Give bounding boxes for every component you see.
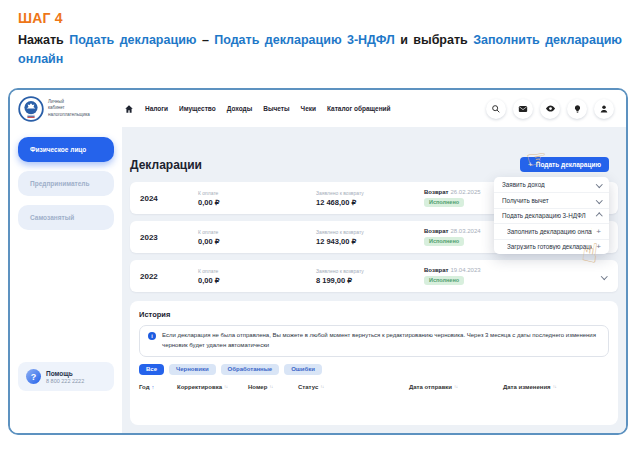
pointer-hand-up-icon: ☝: [580, 238, 600, 267]
content: Декларации + Подать декларацию 2024К опл…: [122, 127, 626, 433]
pay-value: 0,00 ₽: [198, 276, 316, 285]
help-card[interactable]: ? Помощь 8 800 222 2222: [18, 362, 114, 391]
pay-column: К оплате0,00 ₽: [198, 229, 316, 246]
sidebar-item-3[interactable]: Самозанятый: [18, 205, 114, 230]
plus-icon: +: [596, 227, 601, 236]
column-label: Дата отправки: [409, 384, 452, 390]
pay-column: К оплате0,00 ₽: [198, 190, 316, 207]
year-label: 2024: [140, 194, 198, 203]
nav-item-1[interactable]: Налоги: [145, 105, 168, 112]
ui-body: Физическое лицоПредпринимательСамозаняты…: [10, 127, 626, 433]
declaration-row[interactable]: 2022К оплате0,00 ₽Заявлено к возврату8 1…: [130, 260, 618, 292]
chevron-down-icon: [596, 197, 602, 203]
step-instruction: Нажать Подать декларацию – Подать деклар…: [18, 31, 622, 69]
column-label: Номер: [248, 384, 267, 390]
chevron-down-icon: [596, 182, 602, 188]
mail-icon[interactable]: [513, 99, 533, 119]
filter-chip-1[interactable]: Все: [139, 364, 164, 375]
info-icon: i: [148, 332, 156, 340]
pay-column: К оплате0,00 ₽: [198, 268, 316, 285]
nav-item-6[interactable]: Каталог обращений: [327, 105, 391, 112]
column-header-6[interactable]: Дата изменения↑↓: [503, 384, 609, 390]
pointer-hand-right-icon: ☞: [525, 145, 550, 172]
return-label: Возврат: [424, 189, 449, 195]
column-label: Дата изменения: [503, 384, 551, 390]
column-header-5[interactable]: Дата отправки↑↓: [409, 384, 503, 390]
search-icon[interactable]: [486, 99, 506, 119]
refund-value: 8 199,00 ₽: [316, 276, 424, 285]
dropdown-item-label: Подать декларацию 3-НДФЛ: [502, 212, 586, 219]
history-info-box: i Если декларация не была отправлена, Вы…: [139, 325, 609, 357]
question-icon: ?: [26, 369, 41, 384]
sort-icon: ↑↓: [224, 384, 228, 389]
dropdown-item-2[interactable]: Получить вычет: [494, 192, 609, 207]
return-label: Возврат: [424, 228, 449, 234]
return-column: Возврат19.04.2023Исполнено: [424, 267, 598, 285]
history-info-text: Если декларация не была отправлена, Вы м…: [162, 331, 600, 351]
top-bar: Личныйкабинетналогоплательщика НалогиИму…: [10, 90, 626, 127]
instruction-link: Подать декларацию: [69, 33, 196, 47]
page-title: Декларации: [130, 158, 202, 172]
sort-icon: ↑: [152, 384, 154, 390]
sidebar-item-1[interactable]: Физическое лицо: [18, 137, 114, 162]
pay-value: 0,00 ₽: [198, 237, 316, 246]
status-badge: Исполнено: [424, 237, 464, 246]
column-header-3[interactable]: Номер↑↓: [248, 384, 298, 390]
refund-value: 12 943,00 ₽: [316, 237, 424, 246]
sort-icon: ↑↓: [454, 384, 458, 389]
nav-item-2[interactable]: Имущество: [179, 105, 216, 112]
column-label: Год: [139, 384, 150, 390]
sort-icon: ↑↓: [553, 384, 557, 389]
filter-chip-2[interactable]: Черновики: [169, 364, 216, 375]
instruction-text: Нажать: [18, 33, 69, 47]
column-header-1[interactable]: Год↑: [139, 384, 177, 390]
sort-icon: ↑↓: [320, 384, 324, 389]
status-badge: Исполнено: [424, 276, 464, 285]
pay-label: К оплате: [198, 229, 316, 235]
history-title: История: [139, 310, 609, 319]
filter-chip-4[interactable]: Ошибки: [284, 364, 322, 375]
instruction-text: –: [197, 33, 215, 47]
chevron-down-icon[interactable]: [601, 273, 607, 279]
nav-item-3[interactable]: Доходы: [227, 105, 253, 112]
refund-label: Заявлено к возврату: [316, 268, 424, 274]
app-screenshot: Личныйкабинетналогоплательщика НалогиИму…: [8, 88, 628, 435]
instruction-link: Подать декларацию 3-НДФЛ: [214, 33, 395, 47]
return-date: 19.04.2023: [451, 267, 481, 273]
refund-column: Заявлено к возврату8 199,00 ₽: [316, 268, 424, 285]
sidebar: Физическое лицоПредпринимательСамозаняты…: [10, 127, 122, 433]
filter-chip-3[interactable]: Обработанные: [221, 364, 280, 375]
eye-icon[interactable]: [540, 99, 560, 119]
dropdown-item-3[interactable]: Подать декларацию 3-НДФЛ: [494, 208, 609, 223]
help-phone: 8 800 222 2222: [46, 378, 84, 384]
history-card: История i Если декларация не была отправ…: [130, 301, 618, 425]
user-icon[interactable]: [594, 99, 614, 119]
step-title: ШАГ 4: [18, 10, 63, 26]
return-date: 26.02.2025: [451, 189, 481, 195]
lightbulb-icon[interactable]: [567, 99, 587, 119]
history-table-header: Год↑Корректировка↑↓Номер↑↓Статус↑↓Дата о…: [139, 384, 609, 390]
sidebar-items: Физическое лицоПредпринимательСамозаняты…: [18, 137, 114, 239]
sidebar-item-2[interactable]: Предприниматель: [18, 171, 114, 196]
year-label: 2022: [140, 272, 198, 281]
column-header-4[interactable]: Статус↑↓: [298, 384, 409, 390]
column-header-2[interactable]: Корректировка↑↓: [177, 384, 248, 390]
return-date: 28.03.2024: [451, 228, 481, 234]
year-label: 2023: [140, 233, 198, 242]
home-icon[interactable]: [124, 104, 134, 114]
return-line: Возврат19.04.2023: [424, 267, 598, 273]
chevron-up-icon: [596, 213, 602, 219]
pay-value: 0,00 ₽: [198, 198, 316, 207]
nav-items: НалогиИмуществоДоходыВычетыЧекиКаталог о…: [145, 105, 391, 112]
page: ШАГ 4 Нажать Подать декларацию – Подать …: [0, 0, 640, 452]
refund-column: Заявлено к возврату12 468,00 ₽: [316, 190, 424, 207]
refund-column: Заявлено к возврату12 943,00 ₽: [316, 229, 424, 246]
brand: Личныйкабинетналогоплательщика: [10, 96, 122, 122]
dropdown-item-1[interactable]: Заявить доход: [494, 177, 609, 192]
brand-text: Личныйкабинетналогоплательщика: [48, 99, 90, 117]
nav-item-5[interactable]: Чеки: [301, 105, 316, 112]
sort-icon: ↑↓: [269, 384, 273, 389]
instruction-text: и выбрать: [395, 33, 473, 47]
history-filters: ВсеЧерновикиОбработанныеОшибки: [139, 364, 609, 375]
nav-item-4[interactable]: Вычеты: [263, 105, 289, 112]
